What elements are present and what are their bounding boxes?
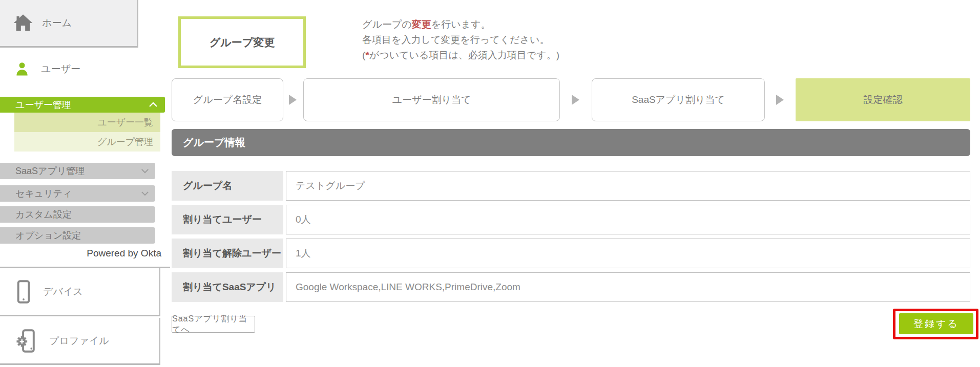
register-button[interactable]: 登録する — [899, 313, 973, 334]
sidebar-item-user[interactable]: ユーザー — [0, 55, 138, 83]
step-setting-confirmation-active[interactable]: 設定確認 — [796, 78, 970, 121]
sidebar-device-label: デバイス — [43, 285, 83, 298]
sidebar-profile-label: プロファイル — [49, 334, 109, 348]
description-line-2: 各項目を入力して変更を行ってください。 — [362, 32, 559, 48]
field-label-assigned-saas-apps: 割り当てSaaSアプリ — [172, 272, 283, 302]
page-title-box: グループ変更 — [178, 16, 306, 68]
page-title: グループ変更 — [210, 35, 275, 50]
description-line-3: (*がついている項目は、必須入力項目です。) — [362, 48, 559, 63]
field-value-unassigned-users: 1人 — [286, 239, 970, 268]
field-label-unassigned-users: 割り当て解除ユーザー — [172, 239, 283, 268]
field-label-group-name: グループ名 — [172, 171, 283, 201]
sidebar-item-profile[interactable]: プロファイル — [0, 318, 160, 365]
smartphone-gear-icon — [16, 329, 37, 353]
sidebar-user-list-label: ユーザー一覧 — [97, 116, 153, 128]
sidebar-option-settings-label: オプション設定 — [15, 229, 149, 242]
sidebar-user-management-label: ユーザー管理 — [15, 99, 149, 111]
step-arrow-icon — [572, 95, 579, 105]
page-description: グループの変更を行います。 各項目を入力して変更を行ってください。 (*がついて… — [362, 17, 559, 63]
sidebar-item-option-settings[interactable]: オプション設定 — [0, 227, 155, 244]
step-user-assignment[interactable]: ユーザー割り当て — [303, 78, 560, 121]
step-arrow-icon — [289, 95, 297, 105]
chevron-down-icon — [141, 168, 149, 174]
description-line-1: グループの変更を行います。 — [362, 17, 559, 32]
required-asterisk: * — [365, 50, 369, 60]
sidebar-item-group-management[interactable]: グループ管理 — [14, 132, 160, 152]
field-value-assigned-saas-apps: Google Workspace,LINE WORKS,PrimeDrive,Z… — [286, 272, 970, 302]
sidebar-item-home[interactable]: ホーム — [0, 0, 138, 48]
home-icon — [12, 13, 34, 33]
step-arrow-icon — [776, 95, 784, 105]
step-group-name-setting[interactable]: グループ名設定 — [172, 78, 283, 121]
sidebar-saas-app-management-label: SaaSアプリ管理 — [15, 165, 141, 177]
sidebar-item-user-list[interactable]: ユーザー一覧 — [14, 113, 160, 132]
sidebar-group-management-label: グループ管理 — [97, 136, 153, 148]
group-info-section-title: グループ情報 — [183, 136, 245, 149]
sidebar-user-label: ユーザー — [41, 62, 80, 76]
group-change-page: ホーム ユーザー ユーザー管理 ユーザー一覧 グループ管理 SaaSアプリ管理 … — [0, 0, 980, 367]
user-icon — [14, 61, 30, 77]
step-saas-app-assignment[interactable]: SaaSアプリ割り当て — [592, 78, 765, 121]
sidebar-item-security[interactable]: セキュリティ — [0, 185, 155, 202]
powered-by-okta-label: Powered by Okta — [0, 248, 161, 259]
chevron-up-icon — [149, 102, 158, 107]
sidebar-security-label: セキュリティ — [15, 187, 141, 200]
sidebar-home-label: ホーム — [42, 16, 72, 30]
sidebar-item-device[interactable]: デバイス — [0, 268, 160, 316]
chevron-down-icon — [141, 191, 149, 196]
sidebar-item-saas-app-management[interactable]: SaaSアプリ管理 — [0, 163, 155, 179]
field-label-assigned-users: 割り当てユーザー — [172, 205, 283, 234]
field-value-group-name: テストグループ — [286, 171, 970, 201]
field-value-assigned-users: 0人 — [286, 205, 970, 234]
group-info-section-header: グループ情報 — [172, 129, 970, 156]
description-emphasis: 変更 — [412, 19, 431, 30]
smartphone-icon — [16, 280, 31, 304]
back-to-saas-assignment-button[interactable]: SaaSアプリ割り当てへ — [172, 316, 255, 333]
sidebar-item-custom-settings[interactable]: カスタム設定 — [0, 206, 155, 223]
sidebar-custom-settings-label: カスタム設定 — [15, 208, 149, 221]
sidebar-item-user-management[interactable]: ユーザー管理 — [0, 97, 165, 113]
